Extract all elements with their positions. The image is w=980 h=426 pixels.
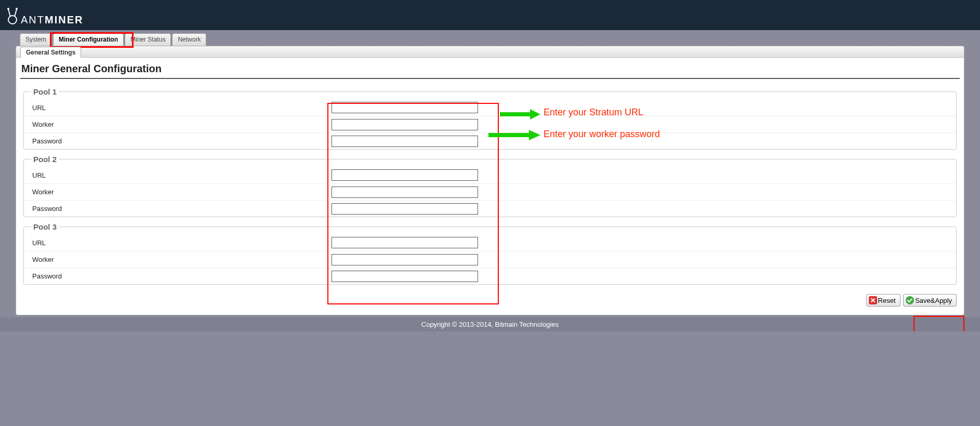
tab-miner-status[interactable]: Miner Status [125,33,171,46]
subtab-bar: General Settings [16,46,964,58]
pool-3-fieldset: Pool 3 URL Worker Password [23,222,957,285]
header-bar: ANTMINER [0,0,980,30]
page-title: Miner General Configuration [20,63,960,78]
pool-3-url-input[interactable] [332,237,478,248]
pool-1-password-label: Password [30,137,332,145]
pool-3-password-input[interactable] [332,271,478,282]
pool-3-worker-label: Worker [30,256,332,263]
pool-3-worker-input[interactable] [332,254,478,265]
annotation-text-worker: Enter your worker password [544,129,660,140]
check-icon [906,296,914,304]
tab-system[interactable]: System [20,33,52,46]
title-divider [20,78,960,79]
brand-logo: ANTMINER [5,3,975,27]
save-apply-button-label: Save&Apply [915,297,952,304]
svg-point-0 [8,16,17,24]
annotation-text-url: Enter your Stratum URL [544,107,643,118]
tab-network[interactable]: Network [172,33,206,46]
pool-2-url-input[interactable] [332,169,478,181]
subtab-general-settings[interactable]: General Settings [20,47,81,58]
reset-button-label: Reset [878,297,896,304]
antminer-logo-icon [5,6,20,25]
cancel-icon [869,296,877,304]
svg-point-1 [7,8,9,10]
pool-2-url-label: URL [30,171,332,179]
footer: Copyright © 2013-2014, Bitmain Technolog… [0,317,980,331]
pool-2-password-label: Password [30,205,332,212]
pool-3-password-label: Password [30,272,332,280]
pool-1-worker-label: Worker [30,121,332,128]
pool-1-fieldset: Pool 1 URL Worker Password [23,87,957,150]
config-panel: General Settings Miner General Configura… [16,46,964,315]
pool-3-legend: Pool 3 [31,222,59,231]
pool-1-worker-input[interactable] [332,119,478,130]
pool-3-url-label: URL [30,239,332,247]
main-tabs: System Miner Configuration Miner Status … [20,33,980,46]
pool-1-url-input[interactable] [332,102,478,113]
save-apply-button[interactable]: Save&Apply [903,294,957,307]
pool-1-url-label: URL [30,104,332,112]
tab-miner-configuration[interactable]: Miner Configuration [53,33,124,46]
pool-1-password-input[interactable] [332,136,478,147]
pool-2-worker-input[interactable] [332,187,478,198]
brand-name: ANTMINER [21,14,83,26]
pool-2-legend: Pool 2 [31,155,59,164]
pool-2-worker-label: Worker [30,188,332,196]
pool-2-fieldset: Pool 2 URL Worker Password [23,155,957,217]
reset-button[interactable]: Reset [866,294,900,307]
pool-2-password-input[interactable] [332,203,478,215]
pool-1-legend: Pool 1 [31,87,59,96]
action-bar: Reset Save&Apply [20,290,960,308]
svg-point-2 [16,8,18,10]
